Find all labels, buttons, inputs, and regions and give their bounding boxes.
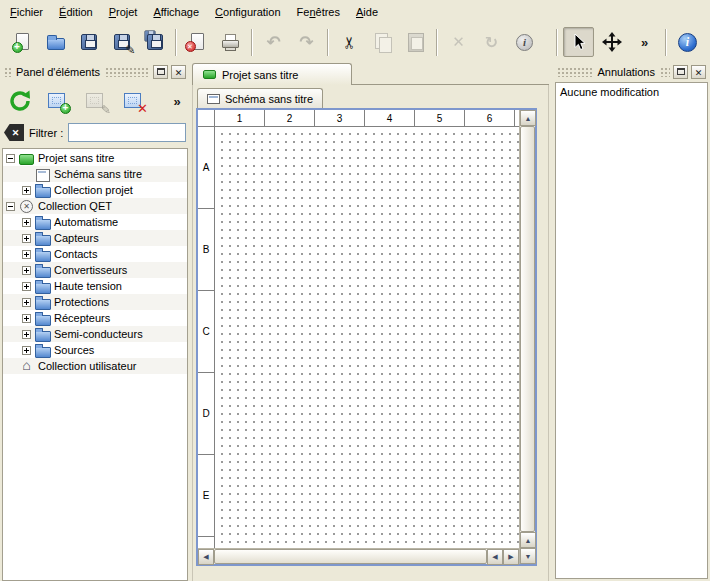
save-button[interactable] bbox=[73, 27, 104, 57]
elements-panel-titlebar[interactable]: Panel d'éléments bbox=[2, 63, 188, 80]
diagram-canvas[interactable] bbox=[215, 127, 519, 548]
filter-input[interactable] bbox=[68, 123, 186, 142]
expand-icon[interactable] bbox=[22, 218, 31, 227]
selection-tool-button[interactable] bbox=[563, 27, 594, 57]
scroll-right-button[interactable] bbox=[503, 549, 519, 565]
expand-icon[interactable] bbox=[22, 250, 31, 259]
expand-icon[interactable] bbox=[22, 186, 31, 195]
tree-item-projet-sans-titre[interactable]: Projet sans titre bbox=[3, 150, 187, 166]
new-element-button[interactable] bbox=[42, 85, 74, 117]
scroll-down-button[interactable] bbox=[520, 548, 536, 564]
element-info-button[interactable] bbox=[509, 27, 540, 57]
menu-fichier[interactable]: Fichier bbox=[2, 0, 51, 22]
undo-history-list[interactable]: Aucune modification bbox=[555, 82, 708, 579]
save-all-icon bbox=[144, 31, 166, 53]
save-all-button[interactable] bbox=[139, 27, 170, 57]
cut-button[interactable] bbox=[334, 27, 365, 57]
tree-item-protections[interactable]: Protections bbox=[3, 294, 187, 310]
tree-item-contacts[interactable]: Contacts bbox=[3, 246, 187, 262]
close-dock-button[interactable] bbox=[171, 65, 186, 79]
horizontal-scroll-thumb[interactable] bbox=[214, 549, 487, 564]
tab-schema-sans-titre[interactable]: Schéma sans titre bbox=[197, 88, 323, 108]
undo-panel-titlebar[interactable]: Annulations bbox=[555, 63, 708, 80]
expand-icon[interactable] bbox=[22, 298, 31, 307]
tree-item-recepteurs[interactable]: Récepteurs bbox=[3, 310, 187, 326]
elements-panel-dock: Panel d'éléments bbox=[0, 62, 190, 581]
tree-item-collection-projet[interactable]: Collection projet bbox=[3, 182, 187, 198]
delete-element-button[interactable] bbox=[118, 85, 150, 117]
cursor-arrow-icon bbox=[571, 33, 586, 51]
redo-button[interactable] bbox=[291, 27, 322, 57]
rotate-button[interactable] bbox=[476, 27, 507, 57]
menu-affichage[interactable]: Affichage bbox=[145, 0, 207, 22]
diagram-icon bbox=[207, 94, 220, 104]
collapse-icon[interactable] bbox=[6, 202, 15, 211]
tree-item-label: Protections bbox=[54, 296, 109, 308]
toolbar-separator bbox=[251, 29, 253, 56]
toolbar-separator bbox=[327, 29, 329, 56]
copy-button[interactable] bbox=[367, 27, 398, 57]
scroll-left-button[interactable] bbox=[198, 549, 214, 565]
tree-item-convertisseurs[interactable]: Convertisseurs bbox=[3, 262, 187, 278]
scroll-up-button[interactable] bbox=[520, 532, 536, 548]
open-file-button[interactable] bbox=[40, 27, 71, 57]
undo-button[interactable] bbox=[258, 27, 289, 57]
dock-drag-handle[interactable] bbox=[105, 66, 150, 77]
menu-configuration[interactable]: Configuration bbox=[207, 0, 288, 22]
about-qet-button[interactable] bbox=[672, 27, 703, 57]
delete-button[interactable] bbox=[443, 27, 474, 57]
close-dock-button[interactable] bbox=[691, 65, 706, 79]
tree-item-label: Haute tension bbox=[54, 280, 122, 292]
expand-icon[interactable] bbox=[22, 330, 31, 339]
new-document-icon bbox=[12, 31, 34, 53]
tree-item-schema-sans-titre[interactable]: Schéma sans titre bbox=[3, 166, 187, 182]
pan-tool-button[interactable] bbox=[596, 27, 627, 57]
save-as-button[interactable] bbox=[106, 27, 137, 57]
print-button[interactable] bbox=[215, 27, 246, 57]
qet-collection-icon bbox=[19, 200, 34, 213]
tree-item-collection-utilisateur[interactable]: Collection utilisateur bbox=[3, 358, 187, 374]
menu-projet[interactable]: Projet bbox=[101, 0, 146, 22]
printer-icon bbox=[220, 31, 242, 53]
menu-fenetres[interactable]: Fenêtres bbox=[289, 0, 348, 22]
expand-icon[interactable] bbox=[22, 314, 31, 323]
dock-drag-handle[interactable] bbox=[557, 66, 593, 77]
float-dock-button[interactable] bbox=[153, 65, 168, 79]
tree-item-label: Collection utilisateur bbox=[38, 360, 136, 372]
expand-icon[interactable] bbox=[22, 234, 31, 243]
tree-item-haute-tension[interactable]: Haute tension bbox=[3, 278, 187, 294]
paste-button[interactable] bbox=[400, 27, 431, 57]
tree-item-collection-qet[interactable]: Collection QET bbox=[3, 198, 187, 214]
float-icon bbox=[677, 68, 685, 75]
tree-item-label: Schéma sans titre bbox=[54, 168, 142, 180]
diagram-view-frame: 1 2 3 4 5 6 A B C bbox=[196, 108, 537, 566]
dock-drag-handle[interactable] bbox=[660, 66, 670, 77]
new-document-button[interactable] bbox=[7, 27, 38, 57]
menu-aide[interactable]: Aide bbox=[348, 0, 386, 22]
home-icon bbox=[19, 360, 34, 373]
tree-item-capteurs[interactable]: Capteurs bbox=[3, 230, 187, 246]
vertical-scroll-thumb[interactable] bbox=[520, 126, 535, 532]
scroll-left-button[interactable] bbox=[487, 549, 503, 565]
scroll-up-button[interactable] bbox=[520, 110, 536, 126]
dock-drag-handle[interactable] bbox=[4, 66, 11, 77]
reload-collections-button[interactable] bbox=[4, 85, 36, 117]
tab-projet-sans-titre[interactable]: Projet sans titre bbox=[192, 63, 352, 85]
menu-edition[interactable]: Édition bbox=[51, 0, 101, 22]
clear-filter-button[interactable] bbox=[4, 124, 24, 141]
tree-item-semi-conducteurs[interactable]: Semi-conducteurs bbox=[3, 326, 187, 342]
float-dock-button[interactable] bbox=[673, 65, 688, 79]
expand-icon[interactable] bbox=[22, 346, 31, 355]
expand-icon[interactable] bbox=[22, 266, 31, 275]
close-file-button[interactable] bbox=[182, 27, 213, 57]
tree-item-sources[interactable]: Sources bbox=[3, 342, 187, 358]
expand-icon[interactable] bbox=[22, 282, 31, 291]
vertical-scroll-track[interactable] bbox=[520, 126, 535, 532]
horizontal-scroll-track[interactable] bbox=[214, 549, 487, 564]
edit-element-button[interactable] bbox=[80, 85, 112, 117]
row-header-cell: A bbox=[198, 127, 215, 209]
collapse-icon[interactable] bbox=[6, 154, 15, 163]
panel-toolbar-overflow-button[interactable]: » bbox=[168, 89, 186, 113]
toolbar-overflow-button[interactable]: » bbox=[629, 27, 660, 57]
tree-item-automatisme[interactable]: Automatisme bbox=[3, 214, 187, 230]
